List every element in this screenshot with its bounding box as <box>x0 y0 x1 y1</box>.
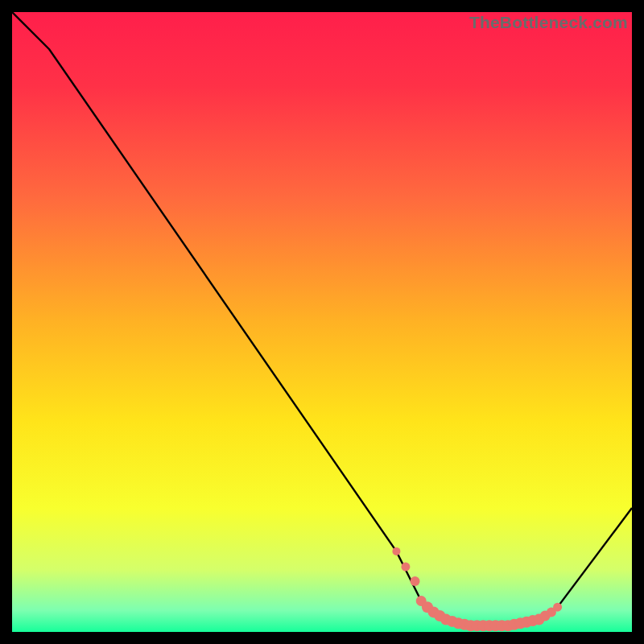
curve-marker <box>553 603 562 612</box>
curve-marker <box>411 576 420 586</box>
curve-marker <box>401 563 410 572</box>
curve-marker <box>392 547 400 555</box>
chart-background <box>12 12 632 632</box>
bottleneck-chart <box>12 12 632 632</box>
watermark-text: TheBottleneck.com <box>469 13 628 32</box>
